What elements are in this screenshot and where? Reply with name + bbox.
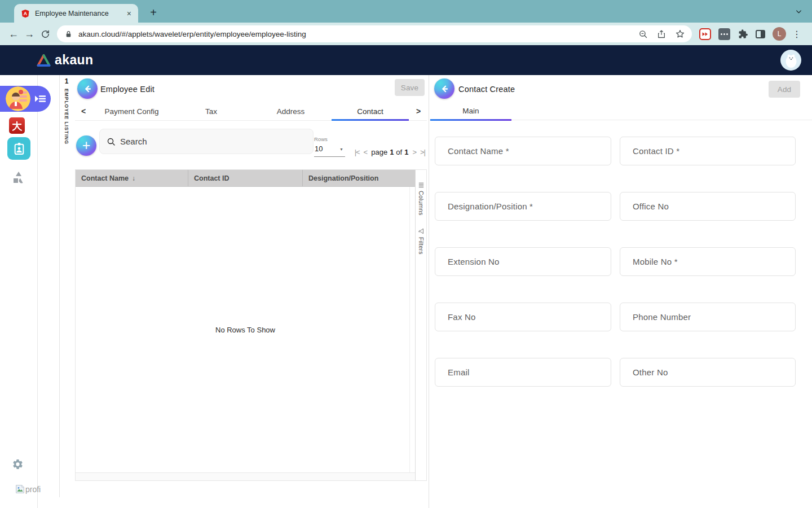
tab-search-chevron-icon[interactable] <box>795 8 802 15</box>
grid-filters-tab[interactable]: Filters <box>416 228 426 255</box>
last-page-icon[interactable]: >| <box>420 148 425 156</box>
contact-name-input[interactable] <box>435 137 611 165</box>
tab-tax[interactable]: Tax <box>171 102 251 120</box>
applet-tab-index: 1 <box>60 77 73 85</box>
browser-tab-strip: A Employee Maintenance × + <box>0 0 812 23</box>
broken-profile-image: profi <box>15 484 41 494</box>
share-icon[interactable] <box>657 29 666 39</box>
back-button[interactable] <box>77 78 98 99</box>
tab-main[interactable]: Main <box>430 102 511 120</box>
sidebar-applet-employee[interactable] <box>7 137 30 160</box>
collapse-menu-icon <box>34 94 46 104</box>
back-arrow-icon <box>82 84 93 94</box>
zoom-icon[interactable] <box>638 29 648 39</box>
tab-payment-config[interactable]: Payment Config <box>92 102 171 120</box>
browser-forward-icon[interactable]: → <box>21 26 37 42</box>
browser-back-icon[interactable]: ← <box>6 26 21 42</box>
search-icon <box>107 137 116 146</box>
column-header-designation[interactable]: Designation/Position <box>303 170 415 186</box>
next-page-icon[interactable]: > <box>412 148 416 156</box>
settings-gear-icon[interactable] <box>12 458 24 472</box>
grid-horizontal-scrollbar[interactable] <box>76 472 415 480</box>
polar-bear-icon <box>784 52 798 68</box>
adblock-extension-icon[interactable] <box>699 28 711 40</box>
sidebar-applet-chinese-icon[interactable] <box>9 117 25 134</box>
app-sidebar: profi <box>0 75 38 508</box>
chinese-character-icon <box>11 120 23 132</box>
reload-icon[interactable] <box>37 26 53 42</box>
browser-tab[interactable]: A Employee Maintenance × <box>14 4 138 23</box>
phone-number-input[interactable] <box>620 303 796 331</box>
grid-header: Contact Name ↓ Contact ID Designation/Po… <box>76 170 415 187</box>
id-badge-icon <box>13 142 25 155</box>
applet-tab-strip[interactable]: 1 EMPLOYEE LISTING <box>59 75 74 497</box>
applet-tab-label: EMPLOYEE LISTING <box>64 89 69 144</box>
workspace: profi 1 EMPLOYEE LISTING Employee Edit S… <box>0 75 812 508</box>
field-phone-number <box>620 303 796 331</box>
designation-input[interactable] <box>435 192 611 221</box>
url-text[interactable]: akaun.cloud/#/applets/wavelet/erp/entity… <box>78 30 629 38</box>
contact-id-input[interactable] <box>620 137 796 165</box>
side-panel-icon[interactable] <box>756 30 765 38</box>
search-box <box>99 129 314 154</box>
app-navbar: akaun <box>0 45 812 75</box>
page-title: Employee Edit <box>100 85 155 94</box>
caret-down-icon: ▼ <box>339 147 343 151</box>
akaun-logo[interactable]: akaun <box>36 52 93 68</box>
grid-body: No Rows To Show <box>76 187 415 472</box>
angular-favicon-icon: A <box>21 9 30 18</box>
save-button[interactable]: Save <box>395 79 425 96</box>
add-contact-button[interactable]: + <box>76 135 96 156</box>
employee-edit-tabs: < Payment Config Tax Address Contact > <box>75 102 427 121</box>
bookmark-star-icon[interactable] <box>675 29 685 39</box>
new-tab-button[interactable]: + <box>145 5 161 20</box>
total-pages: 1 <box>404 148 408 156</box>
browser-menu-icon[interactable]: ⋮ <box>792 29 801 40</box>
field-email <box>435 358 611 387</box>
first-page-icon[interactable]: |< <box>355 148 360 156</box>
tabs-scroll-right-icon[interactable]: > <box>410 102 427 120</box>
current-page: 1 <box>390 148 394 156</box>
tab-address[interactable]: Address <box>251 102 330 120</box>
grid-columns-tab[interactable]: Columns <box>416 182 426 216</box>
user-avatar[interactable] <box>780 50 801 71</box>
password-extension-icon[interactable] <box>718 28 730 40</box>
extension-no-input[interactable] <box>435 247 611 276</box>
page-title: Contact Create <box>458 85 515 94</box>
rows-per-page-select[interactable]: Rows 10 ▼ <box>314 136 345 157</box>
mobile-no-input[interactable] <box>620 247 796 276</box>
shapes-icon[interactable] <box>12 171 25 186</box>
field-other-no <box>620 358 796 387</box>
tabs-scroll-left-icon[interactable]: < <box>75 102 92 120</box>
add-button[interactable]: Add <box>769 81 800 98</box>
tab-title: Employee Maintenance <box>35 10 126 17</box>
extensions-puzzle-icon[interactable] <box>738 29 748 40</box>
search-input[interactable] <box>120 137 306 146</box>
close-tab-icon[interactable]: × <box>126 9 133 18</box>
field-designation <box>435 192 611 221</box>
browser-profile-avatar[interactable]: L <box>773 27 786 41</box>
column-header-contact-name[interactable]: Contact Name ↓ <box>76 170 188 186</box>
tab-contact[interactable]: Contact <box>330 102 410 120</box>
prev-page-icon[interactable]: < <box>364 148 368 156</box>
other-no-input[interactable] <box>620 358 796 387</box>
rows-value[interactable]: 10 ▼ <box>314 142 345 157</box>
lock-icon <box>65 30 72 38</box>
of-word: of <box>396 148 402 156</box>
browser-toolbar: ← → akaun.cloud/#/applets/wavelet/erp/en… <box>0 23 812 45</box>
page-word: page <box>371 148 387 156</box>
grid-vertical-scrollbar[interactable] <box>409 187 415 472</box>
back-arrow-icon <box>439 84 450 94</box>
pagination: |< < page 1 of 1 > >| <box>346 147 425 157</box>
fax-no-input[interactable] <box>435 303 611 331</box>
office-no-input[interactable] <box>620 192 796 221</box>
brand-name: akaun <box>55 52 93 68</box>
url-bar[interactable]: akaun.cloud/#/applets/wavelet/erp/entity… <box>57 25 692 42</box>
back-button[interactable] <box>434 78 454 99</box>
contacts-grid: Contact Name ↓ Contact ID Designation/Po… <box>75 169 427 481</box>
field-office-no <box>620 192 796 221</box>
email-input[interactable] <box>435 358 611 387</box>
sidebar-active-applet[interactable] <box>0 86 51 112</box>
svg-text:A: A <box>24 11 28 16</box>
column-header-contact-id[interactable]: Contact ID <box>188 170 303 186</box>
